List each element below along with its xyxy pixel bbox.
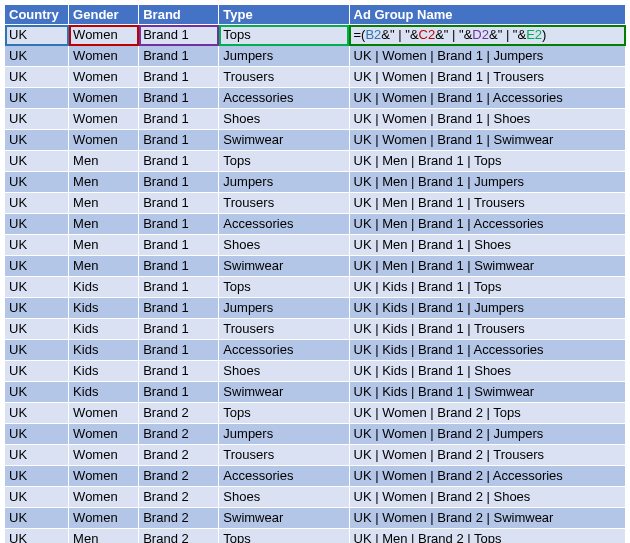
- cell-gender[interactable]: Women: [69, 487, 139, 508]
- cell-gender[interactable]: Women: [69, 130, 139, 151]
- cell-adgroup[interactable]: UK | Women | Brand 1 | Shoes: [349, 109, 625, 130]
- cell-type[interactable]: Shoes: [219, 361, 349, 382]
- cell-gender[interactable]: Women: [69, 424, 139, 445]
- cell-country[interactable]: UK: [5, 319, 69, 340]
- header-type[interactable]: Type: [219, 5, 349, 25]
- cell-brand[interactable]: Brand 2: [139, 508, 219, 529]
- cell-brand[interactable]: Brand 1: [139, 340, 219, 361]
- cell-country[interactable]: UK: [5, 382, 69, 403]
- cell-country[interactable]: UK: [5, 466, 69, 487]
- cell-gender[interactable]: Women: [69, 67, 139, 88]
- cell-adgroup-formula[interactable]: =(B2&" | "&C2&" | "&D2&" | "&E2): [349, 25, 625, 46]
- cell-adgroup[interactable]: UK | Women | Brand 1 | Accessories: [349, 88, 625, 109]
- cell-adgroup[interactable]: UK | Men | Brand 2 | Tops: [349, 529, 625, 544]
- cell-country[interactable]: UK: [5, 172, 69, 193]
- cell-brand[interactable]: Brand 1: [139, 25, 219, 46]
- header-gender[interactable]: Gender: [69, 5, 139, 25]
- cell-type[interactable]: Shoes: [219, 109, 349, 130]
- cell-type[interactable]: Accessories: [219, 340, 349, 361]
- cell-gender[interactable]: Men: [69, 256, 139, 277]
- cell-gender[interactable]: Kids: [69, 298, 139, 319]
- cell-country[interactable]: UK: [5, 529, 69, 544]
- cell-type[interactable]: Tops: [219, 529, 349, 544]
- cell-type[interactable]: Trousers: [219, 193, 349, 214]
- cell-gender[interactable]: Women: [69, 445, 139, 466]
- cell-type[interactable]: Jumpers: [219, 424, 349, 445]
- cell-country[interactable]: UK: [5, 235, 69, 256]
- cell-country[interactable]: UK: [5, 340, 69, 361]
- cell-brand[interactable]: Brand 1: [139, 214, 219, 235]
- cell-brand[interactable]: Brand 1: [139, 109, 219, 130]
- cell-adgroup[interactable]: UK | Men | Brand 1 | Jumpers: [349, 172, 625, 193]
- cell-adgroup[interactable]: UK | Women | Brand 2 | Trousers: [349, 445, 625, 466]
- header-country[interactable]: Country: [5, 5, 69, 25]
- cell-brand[interactable]: Brand 1: [139, 130, 219, 151]
- cell-type[interactable]: Jumpers: [219, 46, 349, 67]
- cell-adgroup[interactable]: UK | Women | Brand 2 | Shoes: [349, 487, 625, 508]
- cell-type[interactable]: Swimwear: [219, 382, 349, 403]
- cell-adgroup[interactable]: UK | Men | Brand 1 | Swimwear: [349, 256, 625, 277]
- cell-country[interactable]: UK: [5, 277, 69, 298]
- cell-country[interactable]: UK: [5, 109, 69, 130]
- cell-type[interactable]: Accessories: [219, 466, 349, 487]
- cell-brand[interactable]: Brand 2: [139, 529, 219, 544]
- header-adgroup[interactable]: Ad Group Name: [349, 5, 625, 25]
- cell-type[interactable]: Trousers: [219, 67, 349, 88]
- cell-country[interactable]: UK: [5, 67, 69, 88]
- header-brand[interactable]: Brand: [139, 5, 219, 25]
- cell-gender[interactable]: Women: [69, 508, 139, 529]
- cell-brand[interactable]: Brand 1: [139, 88, 219, 109]
- cell-adgroup[interactable]: UK | Men | Brand 1 | Trousers: [349, 193, 625, 214]
- cell-brand[interactable]: Brand 1: [139, 46, 219, 67]
- cell-brand[interactable]: Brand 1: [139, 172, 219, 193]
- cell-brand[interactable]: Brand 2: [139, 487, 219, 508]
- cell-brand[interactable]: Brand 1: [139, 193, 219, 214]
- spreadsheet-table[interactable]: Country Gender Brand Type Ad Group Name …: [0, 0, 630, 543]
- cell-type[interactable]: Swimwear: [219, 508, 349, 529]
- cell-type[interactable]: Trousers: [219, 319, 349, 340]
- cell-adgroup[interactable]: UK | Men | Brand 1 | Tops: [349, 151, 625, 172]
- cell-gender[interactable]: Men: [69, 235, 139, 256]
- cell-gender[interactable]: Women: [69, 403, 139, 424]
- cell-brand[interactable]: Brand 1: [139, 382, 219, 403]
- cell-gender[interactable]: Kids: [69, 382, 139, 403]
- cell-gender[interactable]: Women: [69, 466, 139, 487]
- cell-adgroup[interactable]: UK | Kids | Brand 1 | Accessories: [349, 340, 625, 361]
- cell-adgroup[interactable]: UK | Men | Brand 1 | Shoes: [349, 235, 625, 256]
- cell-country[interactable]: UK: [5, 46, 69, 67]
- cell-type[interactable]: Jumpers: [219, 172, 349, 193]
- cell-country[interactable]: UK: [5, 256, 69, 277]
- cell-type[interactable]: Swimwear: [219, 130, 349, 151]
- cell-gender[interactable]: Women: [69, 88, 139, 109]
- cell-brand[interactable]: Brand 2: [139, 424, 219, 445]
- cell-adgroup[interactable]: UK | Women | Brand 1 | Trousers: [349, 67, 625, 88]
- cell-gender[interactable]: Kids: [69, 340, 139, 361]
- cell-gender[interactable]: Men: [69, 529, 139, 544]
- cell-country[interactable]: UK: [5, 487, 69, 508]
- cell-gender[interactable]: Kids: [69, 319, 139, 340]
- cell-adgroup[interactable]: UK | Women | Brand 2 | Jumpers: [349, 424, 625, 445]
- cell-country[interactable]: UK: [5, 151, 69, 172]
- cell-gender[interactable]: Men: [69, 193, 139, 214]
- cell-country[interactable]: UK: [5, 403, 69, 424]
- cell-adgroup[interactable]: UK | Kids | Brand 1 | Trousers: [349, 319, 625, 340]
- cell-gender[interactable]: Kids: [69, 361, 139, 382]
- cell-brand[interactable]: Brand 1: [139, 277, 219, 298]
- cell-brand[interactable]: Brand 1: [139, 319, 219, 340]
- cell-gender[interactable]: Men: [69, 214, 139, 235]
- cell-type[interactable]: Tops: [219, 403, 349, 424]
- cell-country[interactable]: UK: [5, 214, 69, 235]
- cell-brand[interactable]: Brand 1: [139, 67, 219, 88]
- cell-country[interactable]: UK: [5, 193, 69, 214]
- cell-type[interactable]: Tops: [219, 151, 349, 172]
- cell-brand[interactable]: Brand 1: [139, 361, 219, 382]
- cell-type[interactable]: Shoes: [219, 235, 349, 256]
- cell-gender[interactable]: Women: [69, 46, 139, 67]
- cell-adgroup[interactable]: UK | Women | Brand 1 | Jumpers: [349, 46, 625, 67]
- cell-adgroup[interactable]: UK | Women | Brand 2 | Accessories: [349, 466, 625, 487]
- cell-type[interactable]: Jumpers: [219, 298, 349, 319]
- cell-brand[interactable]: Brand 2: [139, 445, 219, 466]
- cell-type[interactable]: Accessories: [219, 88, 349, 109]
- cell-country[interactable]: UK: [5, 445, 69, 466]
- cell-adgroup[interactable]: UK | Kids | Brand 1 | Tops: [349, 277, 625, 298]
